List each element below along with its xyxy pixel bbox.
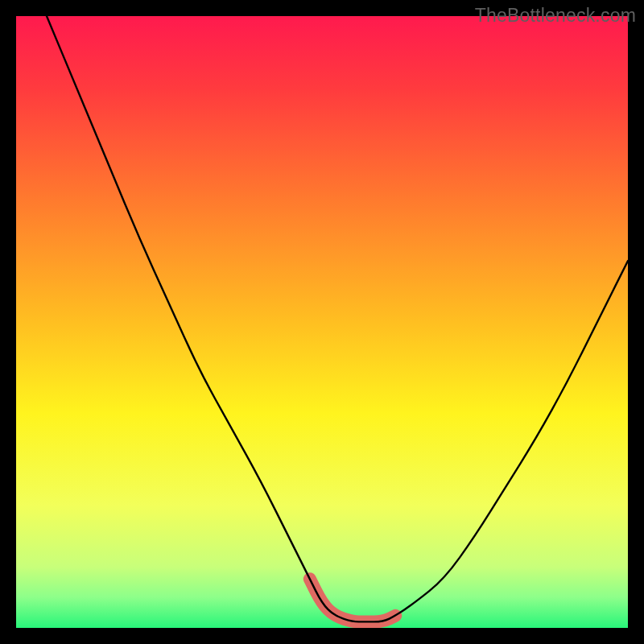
- plot-area: [16, 16, 628, 628]
- curve-highlight: [310, 579, 395, 621]
- bottleneck-curve: [47, 16, 628, 621]
- curve-overlay: [16, 16, 628, 628]
- chart-frame: TheBottleneck.com: [0, 0, 644, 644]
- watermark-text: TheBottleneck.com: [475, 5, 636, 27]
